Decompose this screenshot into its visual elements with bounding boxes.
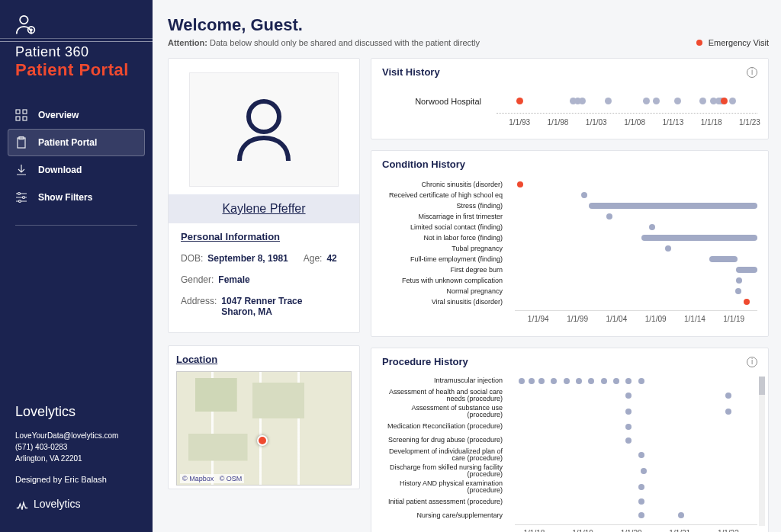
sidebar-item-label: Patient Portal: [38, 137, 97, 148]
procedure-point[interactable]: [638, 512, 644, 518]
visit-point[interactable]: [643, 98, 650, 104]
procedure-label: Screening for drug abuse (procedure): [382, 437, 509, 444]
sidebar-item-filters[interactable]: Show Filters: [0, 184, 153, 211]
procedure-point[interactable]: [613, 378, 619, 384]
procedure-point[interactable]: [625, 393, 632, 399]
procedure-label: Assessment of health and social care nee…: [382, 389, 509, 403]
condition-track: [509, 200, 757, 211]
condition-row: Received certificate of high school eq: [382, 190, 757, 200]
procedure-point[interactable]: [638, 378, 644, 384]
procedure-point[interactable]: [638, 498, 644, 505]
procedure-point[interactable]: [538, 378, 545, 384]
procedure-row: Medication Reconciliation (procedure): [382, 421, 757, 433]
axis-tick: 1/1/94: [528, 315, 549, 323]
procedure-point[interactable]: [641, 468, 647, 474]
address-label: Address:: [181, 296, 217, 317]
procedure-point[interactable]: [519, 378, 525, 384]
procedure-grid: Intramuscular injectionAssessment of hea…: [382, 375, 757, 521]
sidebar-item-download[interactable]: Download: [0, 156, 153, 184]
procedure-track: [509, 450, 757, 460]
procedure-point[interactable]: [625, 437, 632, 444]
condition-row: Miscarriage in first trimester: [382, 211, 757, 222]
visit-point[interactable]: [653, 98, 660, 104]
condition-bar[interactable]: [709, 256, 738, 262]
sidebar-item-portal[interactable]: Patient Portal: [8, 129, 145, 156]
axis-tick: 1/1/08: [624, 118, 645, 127]
sidebar-item-label: Download: [38, 165, 82, 175]
condition-bar[interactable]: [641, 235, 757, 241]
procedure-point[interactable]: [725, 393, 731, 399]
axis-tick: 1/1/99: [567, 315, 588, 323]
procedure-point[interactable]: [601, 378, 607, 384]
svg-point-9: [23, 197, 25, 199]
condition-bar[interactable]: [665, 245, 671, 252]
address-line2: Sharon, MA: [221, 306, 272, 317]
condition-bar[interactable]: [517, 181, 523, 187]
footer-city: Arlington, VA 22201: [15, 453, 137, 464]
info-icon[interactable]: i: [747, 67, 757, 78]
info-icon[interactable]: i: [747, 357, 757, 367]
procedure-row: Intramuscular injection: [382, 375, 757, 387]
condition-bar[interactable]: [735, 288, 741, 294]
avatar: [189, 72, 339, 187]
procedure-point[interactable]: [529, 378, 535, 384]
procedure-point[interactable]: [638, 484, 644, 490]
condition-bar[interactable]: [736, 267, 757, 273]
axis-tick: 1/1/23: [739, 118, 760, 127]
procedure-history-card: Procedure History i Intramuscular inject…: [371, 348, 769, 532]
axis-tick: 1/1/04: [606, 315, 627, 323]
condition-label: Tubal pregnancy: [382, 245, 509, 252]
condition-bar[interactable]: [736, 277, 742, 284]
dob-value: September 8, 1981: [207, 253, 288, 264]
footer-logo-text: Lovelytics: [34, 496, 80, 512]
condition-bar[interactable]: [649, 224, 655, 230]
axis-tick: 1/1/20: [621, 529, 642, 532]
condition-bar[interactable]: [581, 192, 587, 198]
condition-bar[interactable]: [606, 213, 612, 220]
axis-tick: 1/1/93: [509, 118, 530, 127]
scrollbar[interactable]: [759, 377, 765, 526]
visit-axis: 1/1/931/1/981/1/031/1/081/1/131/1/181/1/…: [497, 113, 757, 133]
procedure-point[interactable]: [576, 378, 582, 384]
condition-bar[interactable]: [589, 203, 757, 209]
procedure-point[interactable]: [638, 452, 644, 458]
procedure-row: Initial patient assessment (procedure): [382, 495, 757, 508]
scrollbar-thumb[interactable]: [759, 377, 765, 395]
condition-label: Stress (finding): [382, 202, 509, 210]
map[interactable]: © Mapbox © OSM: [176, 371, 352, 486]
procedure-track: [509, 435, 757, 446]
axis-tick: 1/1/14: [684, 315, 705, 323]
footer-email: LoveYourData@lovelytics.com: [15, 430, 137, 441]
procedure-point[interactable]: [725, 409, 731, 415]
procedure-point[interactable]: [678, 512, 684, 518]
svg-point-8: [18, 193, 21, 195]
visit-point[interactable]: [721, 98, 728, 104]
procedure-axis: 1/1/181/1/191/1/201/1/211/1/22: [515, 524, 757, 532]
visit-point[interactable]: [516, 98, 523, 104]
condition-label: Limited social contact (finding): [382, 223, 509, 231]
procedure-point[interactable]: [625, 424, 632, 430]
visit-point[interactable]: [674, 98, 681, 104]
visit-point[interactable]: [579, 98, 586, 104]
age-value: 42: [326, 253, 336, 264]
procedure-point[interactable]: [551, 378, 557, 384]
sidebar: Patient 360 Patient Portal Overview Pati…: [0, 0, 153, 532]
condition-label: Viral sinusitis (disorder): [382, 298, 509, 306]
brand-title-bottom: Patient Portal: [15, 60, 137, 80]
dob-label: DOB:: [181, 253, 203, 264]
emergency-legend-label: Emergency Visit: [709, 38, 769, 47]
procedure-point[interactable]: [625, 378, 632, 384]
procedure-point[interactable]: [625, 409, 632, 415]
visit-point[interactable]: [699, 98, 706, 104]
procedure-point[interactable]: [564, 378, 570, 384]
visit-point[interactable]: [729, 98, 736, 104]
sidebar-item-overview[interactable]: Overview: [0, 101, 153, 129]
condition-row: Full-time employment (finding): [382, 254, 757, 264]
map-attrib-2: © OSM: [220, 475, 243, 482]
visit-point[interactable]: [605, 98, 612, 104]
condition-axis: 1/1/941/1/991/1/041/1/091/1/141/1/19: [515, 310, 757, 328]
procedure-point[interactable]: [588, 378, 594, 384]
patient-name-link[interactable]: Kaylene Pfeffer: [222, 202, 305, 215]
condition-bar[interactable]: [744, 299, 750, 305]
procedure-row: Assessment of health and social care nee…: [382, 389, 757, 403]
